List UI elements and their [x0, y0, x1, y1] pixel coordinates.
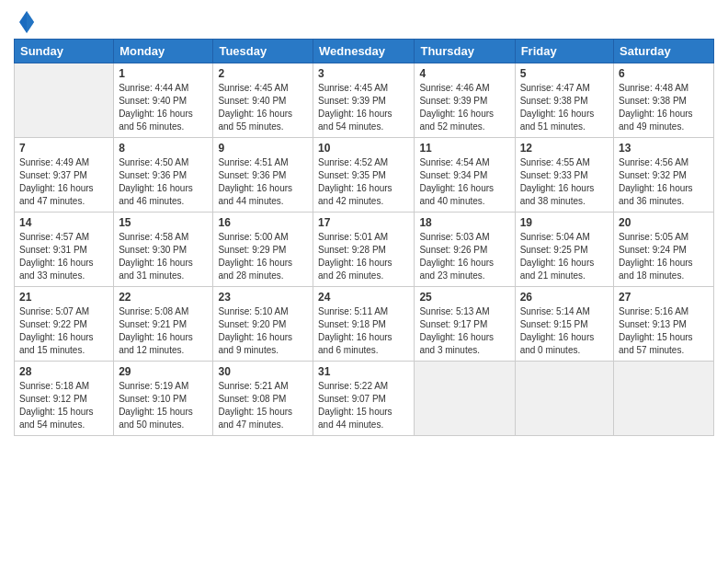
calendar-cell: 19Sunrise: 5:04 AM Sunset: 9:25 PM Dayli…: [515, 213, 613, 287]
day-info: Sunrise: 4:54 AM Sunset: 9:34 PM Dayligh…: [419, 156, 509, 208]
day-info: Sunrise: 4:55 AM Sunset: 9:33 PM Dayligh…: [520, 156, 609, 208]
calendar-cell: 18Sunrise: 5:03 AM Sunset: 9:26 PM Dayli…: [415, 213, 515, 287]
day-info: Sunrise: 4:46 AM Sunset: 9:39 PM Dayligh…: [419, 82, 509, 133]
calendar-cell: 9Sunrise: 4:51 AM Sunset: 9:36 PM Daylig…: [213, 138, 313, 213]
calendar-cell: 14Sunrise: 4:57 AM Sunset: 9:31 PM Dayli…: [15, 213, 114, 287]
day-number: 26: [520, 291, 609, 304]
day-number: 29: [119, 365, 208, 378]
day-info: Sunrise: 4:45 AM Sunset: 9:40 PM Dayligh…: [218, 82, 308, 133]
day-number: 7: [19, 142, 108, 155]
calendar-cell: 17Sunrise: 5:01 AM Sunset: 9:28 PM Dayli…: [313, 213, 415, 287]
day-number: 12: [520, 142, 609, 155]
calendar-cell: 1Sunrise: 4:44 AM Sunset: 9:40 PM Daylig…: [114, 63, 213, 138]
day-info: Sunrise: 5:10 AM Sunset: 9:20 PM Dayligh…: [218, 305, 308, 357]
calendar-week-row-1: 1Sunrise: 4:44 AM Sunset: 9:40 PM Daylig…: [15, 63, 714, 138]
calendar-cell: 15Sunrise: 4:58 AM Sunset: 9:30 PM Dayli…: [114, 213, 213, 287]
day-number: 4: [419, 67, 509, 80]
day-info: Sunrise: 5:13 AM Sunset: 9:17 PM Dayligh…: [419, 305, 509, 357]
calendar-cell: 22Sunrise: 5:08 AM Sunset: 9:21 PM Dayli…: [114, 287, 213, 362]
day-number: 22: [119, 291, 208, 304]
day-number: 25: [419, 291, 509, 304]
calendar-cell: 24Sunrise: 5:11 AM Sunset: 9:18 PM Dayli…: [313, 287, 415, 362]
day-number: 27: [619, 291, 709, 304]
calendar-cell: 4Sunrise: 4:46 AM Sunset: 9:39 PM Daylig…: [415, 63, 515, 138]
day-number: 30: [218, 365, 308, 378]
calendar-cell: 25Sunrise: 5:13 AM Sunset: 9:17 PM Dayli…: [415, 287, 515, 362]
day-info: Sunrise: 5:18 AM Sunset: 9:12 PM Dayligh…: [19, 380, 108, 431]
calendar-cell: 23Sunrise: 5:10 AM Sunset: 9:20 PM Dayli…: [213, 287, 313, 362]
calendar-week-row-5: 28Sunrise: 5:18 AM Sunset: 9:12 PM Dayli…: [15, 362, 714, 436]
day-number: 5: [520, 67, 609, 80]
calendar-cell: 6Sunrise: 4:48 AM Sunset: 9:38 PM Daylig…: [614, 63, 714, 138]
logo: [14, 9, 36, 35]
calendar-cell: 27Sunrise: 5:16 AM Sunset: 9:13 PM Dayli…: [614, 287, 714, 362]
day-info: Sunrise: 5:16 AM Sunset: 9:13 PM Dayligh…: [619, 305, 709, 357]
day-number: 21: [19, 291, 108, 304]
calendar-cell: 13Sunrise: 4:56 AM Sunset: 9:32 PM Dayli…: [614, 138, 714, 213]
calendar-header-row: SundayMondayTuesdayWednesdayThursdayFrid…: [15, 40, 714, 63]
day-number: 15: [119, 216, 208, 229]
calendar-cell: 3Sunrise: 4:45 AM Sunset: 9:39 PM Daylig…: [313, 63, 415, 138]
calendar-cell: 28Sunrise: 5:18 AM Sunset: 9:12 PM Dayli…: [15, 362, 114, 436]
day-info: Sunrise: 5:01 AM Sunset: 9:28 PM Dayligh…: [318, 231, 409, 282]
weekday-header-saturday: Saturday: [614, 40, 714, 63]
calendar-cell: 10Sunrise: 4:52 AM Sunset: 9:35 PM Dayli…: [313, 138, 415, 213]
day-number: 13: [619, 142, 709, 155]
day-info: Sunrise: 4:51 AM Sunset: 9:36 PM Dayligh…: [218, 156, 308, 208]
day-info: Sunrise: 5:19 AM Sunset: 9:10 PM Dayligh…: [119, 380, 208, 431]
day-info: Sunrise: 5:11 AM Sunset: 9:18 PM Dayligh…: [318, 305, 409, 357]
calendar-cell: 30Sunrise: 5:21 AM Sunset: 9:08 PM Dayli…: [213, 362, 313, 436]
calendar-cell: [415, 362, 515, 436]
day-info: Sunrise: 4:44 AM Sunset: 9:40 PM Dayligh…: [119, 82, 208, 133]
weekday-header-monday: Monday: [114, 40, 213, 63]
day-info: Sunrise: 5:05 AM Sunset: 9:24 PM Dayligh…: [619, 231, 709, 282]
day-info: Sunrise: 4:45 AM Sunset: 9:39 PM Dayligh…: [318, 82, 409, 133]
day-number: 19: [520, 216, 609, 229]
calendar-cell: 21Sunrise: 5:07 AM Sunset: 9:22 PM Dayli…: [15, 287, 114, 362]
weekday-header-sunday: Sunday: [15, 40, 114, 63]
day-info: Sunrise: 4:50 AM Sunset: 9:36 PM Dayligh…: [119, 156, 208, 208]
day-number: 23: [218, 291, 308, 304]
day-number: 8: [119, 142, 208, 155]
day-number: 2: [218, 67, 308, 80]
day-number: 11: [419, 142, 509, 155]
calendar-cell: [515, 362, 613, 436]
calendar-cell: 5Sunrise: 4:47 AM Sunset: 9:38 PM Daylig…: [515, 63, 613, 138]
day-info: Sunrise: 4:49 AM Sunset: 9:37 PM Dayligh…: [19, 156, 108, 208]
day-info: Sunrise: 5:14 AM Sunset: 9:15 PM Dayligh…: [520, 305, 609, 357]
calendar-week-row-4: 21Sunrise: 5:07 AM Sunset: 9:22 PM Dayli…: [15, 287, 714, 362]
calendar-cell: 7Sunrise: 4:49 AM Sunset: 9:37 PM Daylig…: [15, 138, 114, 213]
day-number: 18: [419, 216, 509, 229]
day-info: Sunrise: 5:03 AM Sunset: 9:26 PM Dayligh…: [419, 231, 509, 282]
calendar-cell: 2Sunrise: 4:45 AM Sunset: 9:40 PM Daylig…: [213, 63, 313, 138]
calendar-cell: 29Sunrise: 5:19 AM Sunset: 9:10 PM Dayli…: [114, 362, 213, 436]
weekday-header-thursday: Thursday: [415, 40, 515, 63]
logo-icon: [17, 9, 36, 35]
weekday-header-tuesday: Tuesday: [213, 40, 313, 63]
day-number: 9: [218, 142, 308, 155]
day-info: Sunrise: 4:57 AM Sunset: 9:31 PM Dayligh…: [19, 231, 108, 282]
day-number: 16: [218, 216, 308, 229]
day-number: 24: [318, 291, 409, 304]
day-number: 6: [619, 67, 709, 80]
calendar-cell: 20Sunrise: 5:05 AM Sunset: 9:24 PM Dayli…: [614, 213, 714, 287]
day-info: Sunrise: 4:52 AM Sunset: 9:35 PM Dayligh…: [318, 156, 409, 208]
day-info: Sunrise: 5:07 AM Sunset: 9:22 PM Dayligh…: [19, 305, 108, 357]
calendar-cell: [614, 362, 714, 436]
day-info: Sunrise: 5:00 AM Sunset: 9:29 PM Dayligh…: [218, 231, 308, 282]
day-info: Sunrise: 4:58 AM Sunset: 9:30 PM Dayligh…: [119, 231, 208, 282]
calendar-week-row-2: 7Sunrise: 4:49 AM Sunset: 9:37 PM Daylig…: [15, 138, 714, 213]
calendar-cell: 26Sunrise: 5:14 AM Sunset: 9:15 PM Dayli…: [515, 287, 613, 362]
calendar-cell: 8Sunrise: 4:50 AM Sunset: 9:36 PM Daylig…: [114, 138, 213, 213]
day-number: 20: [619, 216, 709, 229]
day-number: 17: [318, 216, 409, 229]
day-info: Sunrise: 5:21 AM Sunset: 9:08 PM Dayligh…: [218, 380, 308, 431]
day-info: Sunrise: 4:48 AM Sunset: 9:38 PM Dayligh…: [619, 82, 709, 133]
day-number: 31: [318, 365, 409, 378]
day-info: Sunrise: 4:47 AM Sunset: 9:38 PM Dayligh…: [520, 82, 609, 133]
svg-marker-1: [27, 11, 34, 33]
calendar-cell: [15, 63, 114, 138]
day-number: 10: [318, 142, 409, 155]
calendar-cell: 31Sunrise: 5:22 AM Sunset: 9:07 PM Dayli…: [313, 362, 415, 436]
calendar-week-row-3: 14Sunrise: 4:57 AM Sunset: 9:31 PM Dayli…: [15, 213, 714, 287]
